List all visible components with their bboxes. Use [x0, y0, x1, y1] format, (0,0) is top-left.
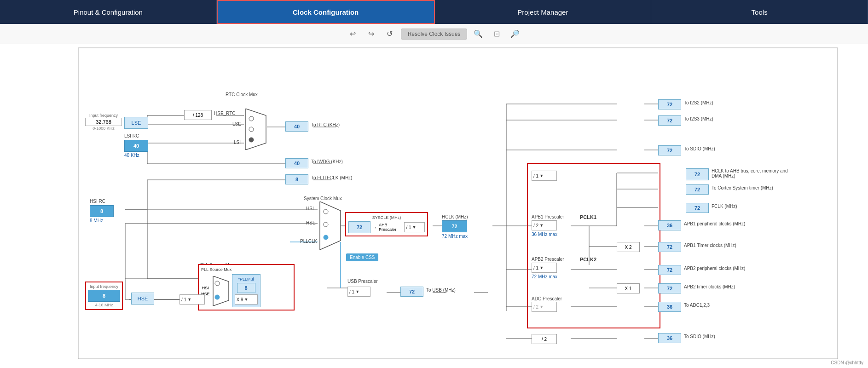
fclk-label: FCLK (MHz): [712, 204, 737, 209]
ahb-div-select[interactable]: / 1 ▼: [404, 222, 425, 232]
ahb-prescaler-label: AHB Prescaler: [379, 223, 402, 232]
cortex-timer-value: 72: [686, 184, 709, 195]
usb-div-select[interactable]: / 1 ▼: [347, 287, 370, 297]
nav-clock[interactable]: Clock Configuration: [217, 0, 435, 24]
usb-value: 72: [400, 287, 423, 297]
svg-point-87: [215, 281, 220, 286]
to-iwdg-label: To IWDG (KHz): [311, 159, 343, 164]
hse-sys-mux-label: HSE: [306, 220, 316, 225]
svg-point-81: [249, 138, 254, 142]
svg-marker-86: [213, 276, 229, 306]
svg-point-83: [324, 209, 328, 214]
toolbar: ↩ ↪ ↺ Resolve Clock Issues 🔍 ⊡ 🔎: [0, 24, 868, 44]
apb1-periph-value: 36: [658, 220, 681, 230]
svg-point-79: [249, 116, 254, 121]
apb1-max-label: 36 MHz max: [532, 232, 557, 237]
lse-mux-label: LSE: [232, 121, 241, 126]
apb1-prescaler-label: APB1 Prescaler: [532, 214, 564, 219]
apb1-timer-label: APB1 Timer clocks (MHz): [684, 243, 736, 248]
hse-rtc-label: HSE_RTC: [214, 111, 236, 116]
apb2-periph-label: APB2 peripheral clocks (MHz): [684, 266, 745, 271]
pllclk-label: PLLCLK: [300, 239, 317, 244]
hclk-mhz-label: HCLK (MHz): [442, 214, 468, 219]
hse-div1-select[interactable]: / 1 ▼: [179, 294, 205, 305]
zoom-out-button[interactable]: 🔎: [508, 28, 522, 40]
sysclk-area: SYSCLK (MHz) 72 → AHB Prescaler / 1 ▼: [345, 212, 428, 236]
x2-block: X 2: [617, 242, 640, 252]
hclk-value-block: 72: [442, 220, 467, 232]
to-flitfclk-label: To FLITFCLK (MHz): [311, 175, 352, 180]
fit-button[interactable]: ⊡: [489, 28, 504, 40]
hsi-sys-mux-label: HSI: [306, 206, 314, 211]
sys-clk-mux-shape[interactable]: [318, 201, 343, 250]
hclk-ahb-label: HCLK to AHB bus, core, memory and DMA (M…: [712, 168, 794, 178]
apb1-div-select[interactable]: / 2 ▼: [532, 220, 557, 230]
undo-button[interactable]: ↩: [346, 28, 360, 40]
to-i2s2-value: 72: [658, 99, 681, 109]
hse-block[interactable]: HSE: [131, 293, 154, 305]
adc-value: 36: [658, 302, 681, 312]
to-usb-label: To USB (MHz): [426, 288, 456, 293]
svg-rect-0: [78, 48, 838, 359]
fclk-value: 72: [686, 203, 709, 213]
to-sdio-top-value: 72: [658, 145, 681, 155]
to-flitfclk-value: 8: [285, 174, 308, 184]
cortex-timer-label: To Cortex System timer (MHz): [712, 185, 773, 190]
lsi-rc-label: LSI RC: [124, 133, 139, 138]
enable-css-button[interactable]: Enable CSS: [346, 253, 378, 261]
input-freq-hse-area: Input frequency 8 4-16 MHz: [85, 282, 123, 310]
svg-marker-78: [245, 109, 266, 150]
watermark: CSDN @chhttty: [831, 360, 863, 365]
adc-prescaler-label: ADC Prescaler: [532, 296, 562, 301]
svg-point-85: [324, 235, 328, 240]
apb1-periph-label: APB1 peripheral clocks (MHz): [684, 221, 745, 226]
to-i2s3-label: To I2S3 (MHz): [684, 116, 713, 121]
rtc-mux-label: RTC Clock Mux: [226, 92, 258, 97]
nav-tools[interactable]: Tools: [651, 0, 868, 24]
zoom-in-button[interactable]: 🔍: [471, 28, 486, 40]
svg-point-88: [215, 295, 220, 299]
lsi-value-block[interactable]: 40: [124, 140, 148, 152]
pllmul-select[interactable]: X 9 ▼: [235, 294, 258, 305]
hse-input-value[interactable]: 8: [88, 290, 120, 302]
nav-bar: Pinout & Configuration Clock Configurati…: [0, 0, 868, 24]
pclk2-label: PCLK2: [580, 257, 596, 262]
resolve-clock-button[interactable]: Resolve Clock Issues: [401, 29, 468, 40]
apb2-periph-value: 72: [658, 265, 681, 275]
apb2-div-select[interactable]: / 1 ▼: [532, 263, 557, 273]
lsi-khz-label: 40 KHz: [124, 153, 139, 158]
to-sdio-bottom-label: To SDIO (MHz): [684, 334, 715, 339]
nav-project[interactable]: Project Manager: [435, 0, 652, 24]
hclk-div1-select[interactable]: / 1 ▼: [532, 171, 557, 181]
hse-div128-block: / 128: [184, 110, 212, 120]
to-rtc-value: 40: [285, 121, 308, 132]
sdio-bottom-value: 36: [658, 333, 681, 343]
connection-lines: [0, 44, 868, 368]
pll-source-mux-area: PLL Source Mux HSI HSE *PLLMul 8 X 9: [198, 264, 295, 310]
usb-prescaler-label: USB Prescaler: [347, 279, 378, 284]
refresh-button[interactable]: ↺: [382, 28, 397, 40]
hsi-value-block[interactable]: 8: [90, 205, 114, 217]
to-sdio-top-label: To SDIO (MHz): [684, 146, 715, 151]
lse-block[interactable]: LSE: [124, 117, 148, 129]
pll-mux-shape[interactable]: [212, 276, 230, 306]
x1-block: X 1: [617, 283, 640, 293]
svg-marker-82: [320, 201, 341, 250]
svg-point-80: [249, 127, 254, 132]
redo-button[interactable]: ↪: [364, 28, 379, 40]
adc-div-select[interactable]: / 2 ▼: [532, 302, 557, 312]
nav-pinout[interactable]: Pinout & Configuration: [0, 0, 217, 24]
apb2-timer-label: APB2 timer clocks (MHz): [684, 284, 735, 289]
sys-clk-mux-label: System Clock Mux: [304, 196, 342, 201]
apb1-timer-value: 72: [658, 242, 681, 252]
to-adc-label: To ADC1,2,3: [684, 303, 710, 308]
div2-bottom-block: / 2: [532, 334, 557, 344]
sysclk-value: 72: [348, 221, 370, 233]
rtc-mux-shape[interactable]: [243, 109, 268, 150]
hsi-rc-label: HSI RC: [90, 199, 105, 204]
pclk1-label: PCLK1: [580, 214, 596, 220]
svg-point-84: [324, 222, 328, 227]
sysclk-label: SYSCLK (MHz): [348, 215, 425, 220]
diagram-area[interactable]: Input frequency 32.768 0-1000 KHz LSE LS…: [0, 44, 868, 368]
apb2-max-label: 72 MHz max: [532, 274, 557, 279]
